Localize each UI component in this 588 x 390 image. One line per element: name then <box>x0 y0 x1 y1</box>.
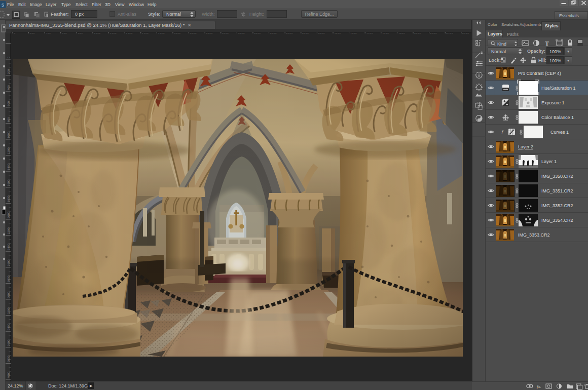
svg-text:600: 600 <box>7 101 10 106</box>
svg-text:3200: 3200 <box>7 307 10 315</box>
svg-text:2800: 2800 <box>7 275 10 282</box>
svg-text:1800: 1800 <box>7 195 10 202</box>
svg-text:3600: 3600 <box>7 339 10 346</box>
svg-text:s: s <box>2 2 4 8</box>
svg-text:1600: 1600 <box>7 179 10 186</box>
svg-text:2000: 2000 <box>7 211 10 218</box>
svg-text:2200: 2200 <box>7 227 10 235</box>
svg-text:1400: 1400 <box>7 163 10 170</box>
svg-text:800: 800 <box>7 117 10 123</box>
svg-text:400: 400 <box>7 85 10 91</box>
svg-text:4000: 4000 <box>7 371 10 378</box>
svg-text:fx.: fx. <box>537 384 541 389</box>
svg-text:0: 0 <box>7 56 10 58</box>
svg-text:3800: 3800 <box>7 355 10 362</box>
svg-text:3400: 3400 <box>7 323 10 330</box>
svg-text:200: 200 <box>7 69 10 74</box>
svg-text:1000: 1000 <box>7 131 10 138</box>
svg-text:2400: 2400 <box>7 243 10 250</box>
svg-text:3000: 3000 <box>7 291 10 298</box>
svg-text:1200: 1200 <box>7 147 10 154</box>
svg-text:2600: 2600 <box>7 259 10 266</box>
